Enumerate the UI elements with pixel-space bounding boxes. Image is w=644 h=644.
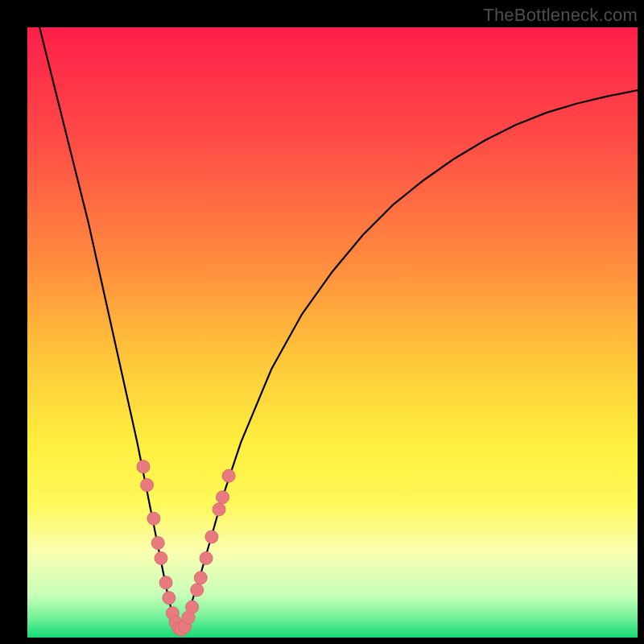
data-marker bbox=[222, 469, 235, 482]
plot-area bbox=[27, 27, 638, 638]
bottleneck-curve bbox=[27, 27, 638, 631]
data-marker bbox=[155, 551, 167, 564]
data-marker bbox=[213, 503, 225, 516]
data-marker bbox=[147, 512, 160, 525]
data-marker bbox=[137, 460, 150, 473]
data-marker bbox=[141, 479, 154, 492]
data-marker bbox=[217, 491, 229, 504]
data-marker bbox=[200, 551, 213, 564]
data-marker bbox=[191, 584, 204, 597]
curve-layer bbox=[27, 27, 638, 638]
data-marker bbox=[205, 530, 218, 543]
data-marker bbox=[163, 592, 175, 605]
data-marker bbox=[151, 537, 164, 550]
chart-frame: TheBottleneck.com bbox=[0, 0, 644, 644]
data-marker bbox=[186, 601, 199, 613]
data-marker bbox=[159, 576, 172, 589]
marker-group bbox=[137, 460, 235, 636]
data-marker bbox=[194, 572, 207, 584]
watermark-text: TheBottleneck.com bbox=[483, 5, 638, 26]
